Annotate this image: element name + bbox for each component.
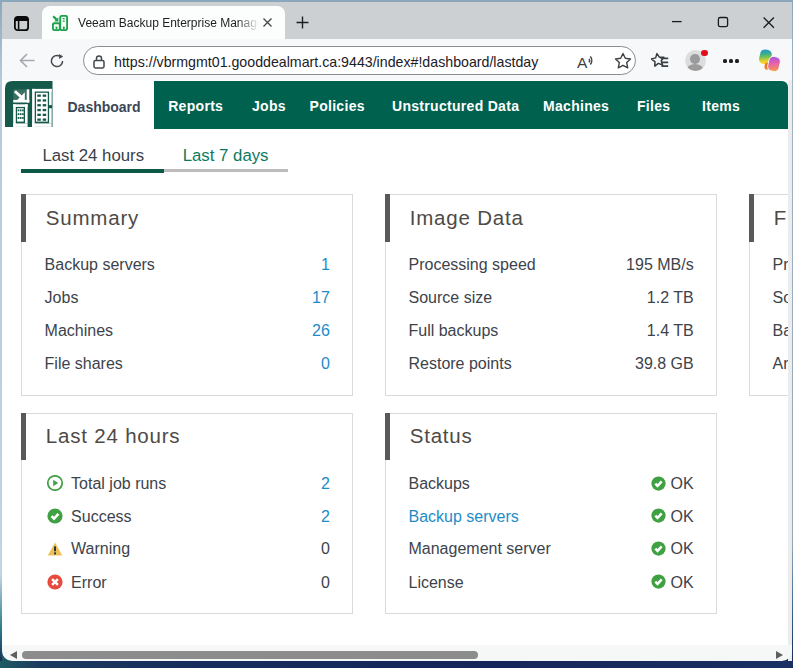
svg-text:A: A: [577, 53, 588, 70]
